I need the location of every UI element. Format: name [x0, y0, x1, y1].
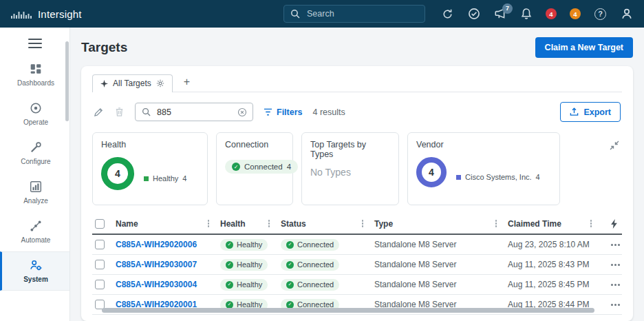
connected-status-pill[interactable]: ✓ Connected 4	[225, 160, 298, 174]
column-menu-icon[interactable]	[362, 222, 364, 225]
collapse-widgets-icon[interactable]	[610, 141, 619, 150]
page-title: Targets	[81, 40, 127, 55]
vendor-widget: Vendor 4 Cisco Systems, Inc. 4	[407, 132, 560, 205]
sidebar-item-label: Analyze	[23, 197, 48, 205]
row-checkbox[interactable]	[95, 280, 105, 289]
actions-bolt-icon[interactable]	[603, 219, 622, 229]
health-pill: ✓Healthy	[220, 259, 268, 271]
health-legend: Healthy 4	[144, 174, 186, 183]
col-type: Type	[374, 219, 393, 229]
clear-search-icon[interactable]	[237, 107, 247, 117]
sidebar-item-automate[interactable]: Automate	[0, 212, 69, 251]
health-pill: ✓Healthy	[220, 279, 268, 291]
filters-button[interactable]: Filters	[264, 107, 303, 117]
sidebar-item-dashboards[interactable]: Dashboards	[0, 55, 69, 94]
add-tab-button[interactable]: +	[180, 76, 194, 92]
critical-alerts-badge[interactable]: 4	[546, 8, 557, 19]
health-pill: ✓Healthy	[220, 239, 268, 251]
sidebar-menu-icon[interactable]	[28, 39, 42, 48]
table-row[interactable]: C885A-WIH29020006 ✓Healthy ✓Connected St…	[92, 235, 622, 255]
row-checkbox[interactable]	[95, 260, 105, 269]
targets-table: Name Health Status Type Claimed Time C88…	[92, 214, 622, 304]
refresh-icon[interactable]	[441, 8, 454, 21]
row-checkbox[interactable]	[95, 240, 105, 249]
connection-widget: Connection ✓ Connected 4	[216, 132, 293, 205]
no-types-text: No Types	[310, 167, 390, 178]
sidebar-scrollbar[interactable]	[65, 41, 69, 121]
legend-swatch	[144, 176, 149, 181]
sidebar-item-label: Dashboards	[17, 79, 54, 87]
check-icon: ✓	[286, 241, 294, 249]
row-actions-icon[interactable]	[614, 264, 616, 266]
table-search-box[interactable]	[135, 103, 253, 121]
targets-card: All Targets +	[81, 66, 633, 321]
check-icon: ✓	[232, 163, 240, 171]
announcements-icon[interactable]: 7	[493, 8, 506, 21]
col-health: Health	[220, 219, 246, 229]
dashboards-icon	[30, 63, 42, 75]
edit-icon[interactable]	[94, 107, 104, 117]
target-type: Standalone M8 Server	[374, 260, 508, 269]
vendor-donut-chart[interactable]: 4	[416, 157, 447, 187]
target-name-link[interactable]: C885A-WIH29030004	[116, 280, 220, 289]
horizontal-scrollbar[interactable]	[102, 308, 594, 313]
row-actions-icon[interactable]	[614, 304, 616, 306]
search-icon	[290, 9, 300, 19]
notifications-bell-icon[interactable]	[519, 8, 533, 21]
global-search-input[interactable]	[305, 8, 409, 19]
table-row[interactable]: C885A-WIH29030004 ✓Healthy ✓Connected St…	[92, 275, 622, 295]
select-all-checkbox[interactable]	[95, 219, 105, 229]
sidebar-item-label: Operate	[23, 118, 48, 126]
table-search-input[interactable]	[155, 107, 233, 118]
tab-all-targets[interactable]: All Targets	[92, 74, 173, 92]
system-icon	[30, 259, 42, 271]
automate-icon	[30, 220, 42, 232]
app-header: Intersight 7	[0, 0, 644, 28]
check-icon: ✓	[226, 261, 233, 269]
status-check-icon[interactable]	[467, 8, 480, 21]
sidebar-item-operate[interactable]: Operate	[0, 94, 69, 134]
column-menu-icon[interactable]	[208, 222, 210, 225]
widget-title: Vendor	[416, 140, 551, 149]
brand-name: Intersight	[38, 8, 82, 20]
top-targets-widget: Top Targets by Types No Types	[301, 132, 399, 205]
health-donut-chart[interactable]: 4	[101, 157, 134, 190]
vendor-legend: Cisco Systems, Inc. 4	[456, 173, 540, 181]
status-pill: ✓Connected	[281, 239, 339, 251]
pinned-icon	[100, 80, 108, 87]
sidebar-item-configure[interactable]: Configure	[0, 134, 69, 173]
delete-icon[interactable]	[114, 107, 125, 117]
column-menu-icon[interactable]	[590, 222, 592, 225]
sidebar-item-system[interactable]: System	[0, 251, 69, 291]
tab-settings-icon[interactable]	[156, 79, 164, 87]
table-row[interactable]: C885A-WIH29030007 ✓Healthy ✓Connected St…	[92, 255, 622, 275]
export-button[interactable]: Export	[560, 102, 621, 122]
check-icon: ✓	[226, 281, 233, 289]
cisco-logo-icon	[11, 9, 32, 19]
row-actions-icon[interactable]	[614, 244, 616, 246]
target-name-link[interactable]: C885A-WIH29030007	[116, 260, 220, 269]
global-search[interactable]	[283, 5, 425, 23]
user-profile-icon[interactable]	[620, 8, 633, 21]
brand: Intersight	[11, 8, 82, 20]
widget-title: Top Targets by Types	[310, 140, 390, 159]
row-actions-icon[interactable]	[614, 284, 616, 286]
summary-widgets: Health 4 Healthy 4 Connection	[92, 132, 622, 205]
help-icon[interactable]: ?	[594, 8, 607, 21]
target-name-link[interactable]: C885A-WIH29020006	[116, 240, 220, 249]
claimed-time: Aug 23, 2025 8:10 AM	[508, 240, 603, 249]
check-icon: ✓	[286, 281, 294, 289]
table-header-row: Name Health Status Type Claimed Time	[92, 214, 622, 235]
column-menu-icon[interactable]	[495, 222, 497, 225]
check-icon: ✓	[286, 301, 294, 309]
warning-alerts-badge[interactable]: 4	[570, 8, 581, 19]
widget-title: Health	[101, 140, 199, 149]
sidebar-item-label: System	[23, 276, 48, 283]
col-name: Name	[116, 219, 138, 229]
col-status: Status	[281, 219, 306, 229]
claim-new-target-button[interactable]: Claim a New Target	[535, 37, 633, 58]
check-icon: ✓	[286, 261, 294, 269]
check-icon: ✓	[226, 301, 233, 309]
sidebar-item-analyze[interactable]: Analyze	[0, 173, 69, 212]
column-menu-icon[interactable]	[268, 222, 270, 225]
